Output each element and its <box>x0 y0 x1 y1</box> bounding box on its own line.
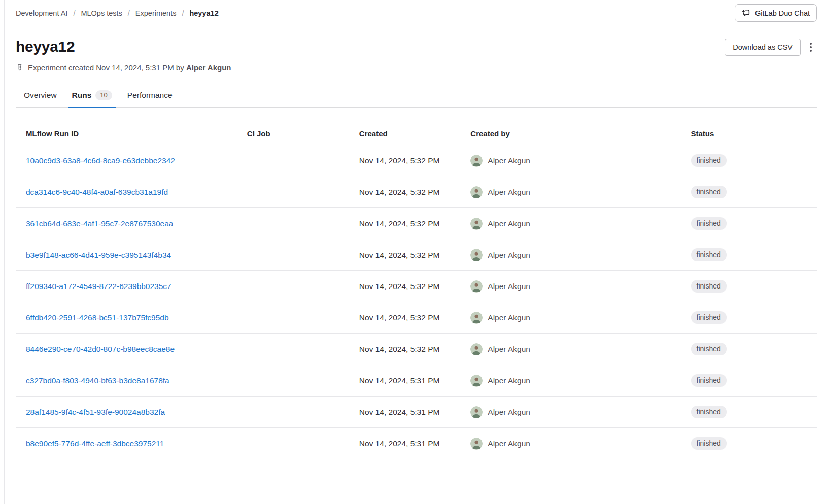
created-by-cell: Alper Akgun <box>460 302 680 334</box>
status-cell: finished <box>681 334 817 365</box>
column-header-status: Status <box>681 122 817 145</box>
created-cell: Nov 14, 2024, 5:32 PM <box>349 145 460 176</box>
created-by-user-link[interactable]: Alper Akgun <box>470 406 670 418</box>
created-by-user-link[interactable]: Alper Akgun <box>470 375 670 387</box>
status-cell: finished <box>681 208 817 239</box>
tab-overview[interactable]: Overview <box>20 85 61 108</box>
run-id-cell: b8e90ef5-776d-4ffe-aeff-3dbce3975211 <box>16 428 237 459</box>
status-badge: finished <box>691 154 727 167</box>
table-row: ff209340-a172-4549-8722-6239bb0235c7 Nov… <box>16 271 817 302</box>
more-actions-kebab-button[interactable] <box>805 39 817 56</box>
main-content: heyya12 Download as CSV Experiment creat… <box>5 38 825 459</box>
created-by-name: Alper Akgun <box>488 408 530 417</box>
run-id-cell: c327bd0a-f803-4940-bf63-b3de8a1678fa <box>16 365 237 397</box>
run-id-link[interactable]: b8e90ef5-776d-4ffe-aeff-3dbce3975211 <box>26 439 164 448</box>
avatar <box>470 155 483 167</box>
created-by-cell: Alper Akgun <box>460 208 680 239</box>
breadcrumb-separator: / <box>128 9 130 17</box>
status-cell: finished <box>681 239 817 271</box>
created-by-cell: Alper Akgun <box>460 271 680 302</box>
table-row: 10a0c9d3-63a8-4c6d-8ca9-e63debbe2342 Nov… <box>16 145 817 176</box>
created-by-name: Alper Akgun <box>488 376 530 385</box>
table-row: 8446e290-ce70-42d0-807c-b98eec8cae8e Nov… <box>16 334 817 365</box>
table-row: dca314c6-9c40-48f4-a0af-639cb31a19fd Nov… <box>16 176 817 208</box>
avatar <box>470 343 483 355</box>
run-id-link[interactable]: c327bd0a-f803-4940-bf63-b3de8a1678fa <box>26 376 169 385</box>
created-by-cell: Alper Akgun <box>460 239 680 271</box>
avatar <box>470 218 483 230</box>
run-id-link[interactable]: 6ffdb420-2591-4268-bc51-137b75fc95db <box>26 313 169 322</box>
gitlab-duo-chat-button[interactable]: GitLab Duo Chat <box>735 4 817 22</box>
avatar <box>470 438 483 450</box>
breadcrumb-item-development-ai[interactable]: Development AI <box>16 9 67 17</box>
run-id-link[interactable]: b3e9f148-ac66-4d41-959e-c395143f4b34 <box>26 250 171 259</box>
created-by-user-link[interactable]: Alper Akgun <box>470 312 670 324</box>
run-id-cell: 28af1485-9f4c-4f51-93fe-90024a8b32fa <box>16 397 237 428</box>
created-by-name: Alper Akgun <box>488 313 530 322</box>
status-badge: finished <box>691 186 727 198</box>
run-id-link[interactable]: 8446e290-ce70-42d0-807c-b98eec8cae8e <box>26 345 175 353</box>
created-by-user-link[interactable]: Alper Akgun <box>470 343 670 355</box>
created-by-user-link[interactable]: Alper Akgun <box>470 249 670 261</box>
status-badge: finished <box>691 280 727 293</box>
status-badge: finished <box>691 311 727 324</box>
created-cell: Nov 14, 2024, 5:32 PM <box>349 302 460 334</box>
run-id-link[interactable]: 361cb64d-683e-4af1-95c7-2e8767530eaa <box>26 219 173 228</box>
status-badge: finished <box>691 406 727 418</box>
tab-runs[interactable]: Runs 10 <box>68 85 116 108</box>
ci-job-cell <box>237 365 349 397</box>
run-id-link[interactable]: 10a0c9d3-63a8-4c6d-8ca9-e63debbe2342 <box>26 156 175 165</box>
download-as-csv-button[interactable]: Download as CSV <box>725 39 801 56</box>
ci-job-cell <box>237 334 349 365</box>
run-id-link[interactable]: dca314c6-9c40-48f4-a0af-639cb31a19fd <box>26 188 168 196</box>
breadcrumb-item-experiments[interactable]: Experiments <box>135 9 177 17</box>
breadcrumb-separator: / <box>73 9 75 17</box>
status-cell: finished <box>681 145 817 176</box>
avatar <box>470 312 483 324</box>
status-badge: finished <box>691 217 727 230</box>
created-by-user-link[interactable]: Alper Akgun <box>470 155 670 167</box>
created-text: Experiment created Nov 14, 2024, 5:31 PM… <box>28 63 231 72</box>
created-by-cell: Alper Akgun <box>460 397 680 428</box>
table-row: 361cb64d-683e-4af1-95c7-2e8767530eaa Nov… <box>16 208 817 239</box>
status-cell: finished <box>681 428 817 459</box>
table-row: b3e9f148-ac66-4d41-959e-c395143f4b34 Nov… <box>16 239 817 271</box>
run-id-link[interactable]: 28af1485-9f4c-4f51-93fe-90024a8b32fa <box>26 408 165 416</box>
table-header-row: MLflow Run ID CI Job Created Created by … <box>16 122 817 145</box>
table-row: b8e90ef5-776d-4ffe-aeff-3dbce3975211 Nov… <box>16 428 817 459</box>
created-cell: Nov 14, 2024, 5:31 PM <box>349 397 460 428</box>
ci-job-cell <box>237 302 349 334</box>
created-by-name: Alper Akgun <box>488 439 530 448</box>
run-id-cell: b3e9f148-ac66-4d41-959e-c395143f4b34 <box>16 239 237 271</box>
breadcrumb-item-mlops-tests[interactable]: MLOps tests <box>81 9 122 17</box>
runs-table: MLflow Run ID CI Job Created Created by … <box>16 122 817 459</box>
experiment-author: Alper Akgun <box>186 63 231 72</box>
run-id-cell: ff209340-a172-4549-8722-6239bb0235c7 <box>16 271 237 302</box>
created-by-user-link[interactable]: Alper Akgun <box>470 280 670 293</box>
created-cell: Nov 14, 2024, 5:32 PM <box>349 176 460 208</box>
created-by-name: Alper Akgun <box>488 188 530 197</box>
ci-job-cell <box>237 271 349 302</box>
status-badge: finished <box>691 374 727 387</box>
created-cell: Nov 14, 2024, 5:32 PM <box>349 334 460 365</box>
tab-performance[interactable]: Performance <box>123 85 177 108</box>
tab-bar: Overview Runs 10 Performance <box>16 85 817 108</box>
column-header-created: Created <box>349 122 460 145</box>
avatar <box>470 406 483 418</box>
created-by-cell: Alper Akgun <box>460 428 680 459</box>
test-tube-icon <box>16 64 24 72</box>
table-row: 28af1485-9f4c-4f51-93fe-90024a8b32fa Nov… <box>16 397 817 428</box>
created-by-user-link[interactable]: Alper Akgun <box>470 438 670 450</box>
status-cell: finished <box>681 397 817 428</box>
run-id-link[interactable]: ff209340-a172-4549-8722-6239bb0235c7 <box>26 282 171 291</box>
created-by-user-link[interactable]: Alper Akgun <box>470 186 670 198</box>
ci-job-cell <box>237 428 349 459</box>
top-bar: Development AI / MLOps tests / Experimen… <box>5 0 825 26</box>
run-id-cell: 6ffdb420-2591-4268-bc51-137b75fc95db <box>16 302 237 334</box>
created-by-name: Alper Akgun <box>488 156 530 165</box>
status-badge: finished <box>691 437 727 450</box>
created-by-name: Alper Akgun <box>488 250 530 260</box>
ci-job-cell <box>237 239 349 271</box>
experiment-created-line: Experiment created Nov 14, 2024, 5:31 PM… <box>16 63 817 72</box>
created-by-user-link[interactable]: Alper Akgun <box>470 218 670 230</box>
